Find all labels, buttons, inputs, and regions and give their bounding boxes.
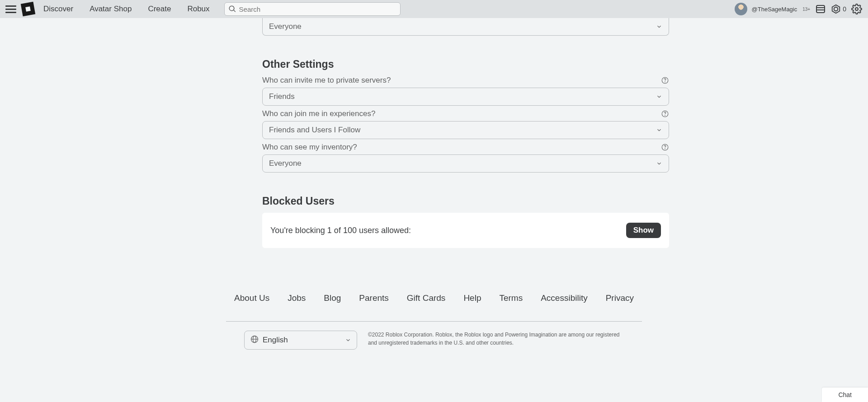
see-inventory-label: Who can see my inventory?: [262, 143, 357, 152]
robux-balance[interactable]: 0: [831, 4, 846, 14]
search-icon: [228, 5, 236, 13]
help-icon[interactable]: [661, 76, 669, 84]
footer-about-us[interactable]: About Us: [234, 293, 269, 303]
globe-icon: [250, 335, 259, 346]
age-badge: 13+: [802, 7, 810, 12]
nav-robux[interactable]: Robux: [187, 5, 209, 14]
footer-privacy[interactable]: Privacy: [606, 293, 634, 303]
prior-setting-dropdown[interactable]: Everyone: [262, 18, 669, 36]
chevron-down-icon: [656, 93, 662, 100]
footer-blog[interactable]: Blog: [324, 293, 341, 303]
language-selector[interactable]: English: [244, 331, 357, 350]
show-button[interactable]: Show: [626, 223, 661, 238]
top-navbar: Discover Avatar Shop Create Robux @TheSa…: [0, 0, 868, 18]
chevron-down-icon: [656, 23, 662, 30]
chevron-down-icon: [656, 160, 662, 167]
username-label[interactable]: @TheSageMagic: [752, 6, 797, 13]
nav-create[interactable]: Create: [148, 5, 171, 14]
logo-icon[interactable]: [21, 2, 35, 16]
invite-private-servers-dropdown[interactable]: Friends: [262, 88, 669, 106]
footer-help[interactable]: Help: [463, 293, 481, 303]
search-input[interactable]: [239, 5, 396, 13]
footer-jobs[interactable]: Jobs: [288, 293, 306, 303]
svg-point-9: [665, 115, 665, 116]
robux-amount: 0: [843, 5, 846, 13]
other-settings-title: Other Settings: [262, 58, 669, 70]
footer-terms[interactable]: Terms: [499, 293, 523, 303]
blocked-users-card: You're blocking 1 of 100 users allowed: …: [262, 213, 669, 248]
nav-avatar-shop[interactable]: Avatar Shop: [90, 5, 132, 14]
chevron-down-icon: [656, 127, 662, 133]
nav-discover[interactable]: Discover: [43, 5, 73, 14]
blocked-users-text: You're blocking 1 of 100 users allowed:: [270, 226, 411, 235]
nav-links: Discover Avatar Shop Create Robux: [43, 5, 210, 14]
join-experiences-label: Who can join me in experiences?: [262, 109, 375, 118]
nav-right: @TheSageMagic 13+ 0: [735, 3, 863, 15]
footer-divider: [226, 321, 642, 322]
see-inventory-value: Everyone: [269, 159, 302, 168]
chevron-down-icon: [345, 337, 351, 343]
footer-accessibility[interactable]: Accessibility: [541, 293, 587, 303]
settings-gear-icon[interactable]: [851, 3, 863, 15]
language-value: English: [263, 336, 288, 345]
invite-private-servers-value: Friends: [269, 92, 295, 101]
menu-icon[interactable]: [5, 4, 16, 14]
footer: About Us Jobs Blog Parents Gift Cards He…: [226, 293, 642, 368]
avatar[interactable]: [735, 3, 747, 15]
footer-gift-cards[interactable]: Gift Cards: [407, 293, 446, 303]
help-icon[interactable]: [661, 110, 669, 118]
invite-private-servers-label: Who can invite me to private servers?: [262, 76, 391, 85]
messages-icon[interactable]: [815, 3, 826, 15]
see-inventory-dropdown[interactable]: Everyone: [262, 154, 669, 173]
join-experiences-value: Friends and Users I Follow: [269, 126, 360, 135]
svg-marker-4: [834, 7, 838, 11]
svg-marker-3: [832, 5, 840, 13]
svg-point-7: [665, 82, 665, 82]
search-box[interactable]: [224, 2, 401, 16]
join-experiences-dropdown[interactable]: Friends and Users I Follow: [262, 121, 669, 139]
footer-parents[interactable]: Parents: [359, 293, 388, 303]
svg-point-5: [855, 8, 858, 10]
prior-setting-value: Everyone: [269, 22, 302, 31]
svg-rect-0: [816, 5, 825, 13]
footer-links: About Us Jobs Blog Parents Gift Cards He…: [226, 293, 642, 303]
svg-point-11: [665, 149, 665, 149]
copyright-text: ©2022 Roblox Corporation. Roblox, the Ro…: [368, 331, 624, 347]
blocked-users-title: Blocked Users: [262, 195, 669, 207]
help-icon[interactable]: [661, 143, 669, 151]
